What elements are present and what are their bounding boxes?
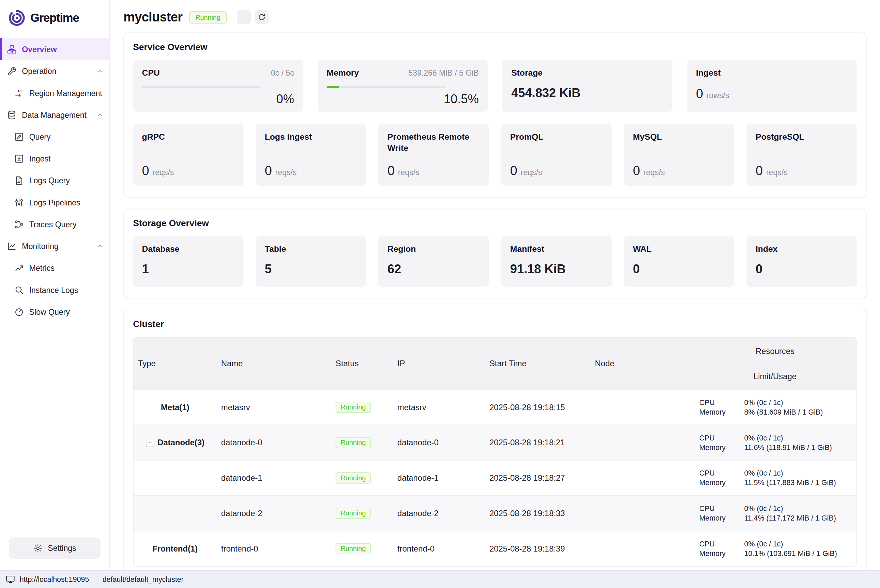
ip-cell: metasrv — [393, 403, 485, 411]
cpu-label: CPU — [142, 68, 160, 79]
brand-logo[interactable]: Greptime — [0, 0, 110, 38]
rate-unit: reqs/s — [153, 168, 174, 177]
resources-cell: CPU 0% (0c / 1c) Memory 11.5% (117.883 M… — [694, 464, 856, 493]
sidebar-item-region-management[interactable]: Region Management — [0, 82, 110, 104]
table-row-datanode-0: − Datanode(3) datanode-0 Running datanod… — [134, 425, 856, 460]
name-cell: datanode-0 — [217, 438, 331, 447]
cpu-usage-value: 0% (0c / 1c) — [744, 469, 856, 478]
memory-usage-value: 11.5% (117.883 MiB / 1 GiB) — [744, 478, 856, 487]
sidebar-item-ingest[interactable]: Ingest — [0, 147, 110, 170]
start-time-cell: 2025-08-28 19:18:15 — [485, 403, 591, 411]
sidebar-item-label: Overview — [22, 45, 57, 54]
sidebar-group-data-management[interactable]: Data Management — [0, 104, 110, 126]
name-cell: frontend-0 — [217, 544, 331, 553]
service-overview-title: Service Overview — [133, 42, 857, 52]
sidebar-item-traces-query[interactable]: Traces Query — [0, 213, 110, 235]
stat-value: 0 — [633, 262, 725, 277]
sidebar-group-label: Operation — [22, 66, 56, 75]
type-label: Meta(1) — [161, 403, 189, 411]
memory-tile: Memory 539.266 MiB / 5 GiB 10.5% — [318, 60, 488, 111]
sitemap-icon — [7, 44, 17, 54]
ip-cell: datanode-0 — [393, 438, 485, 447]
column-header-name: Name — [217, 359, 331, 368]
sidebar-item-label: Ingest — [29, 154, 51, 163]
ingest-value: 0 — [696, 87, 703, 102]
sidebar-item-metrics[interactable]: Metrics — [0, 257, 110, 279]
status-cell: Running — [331, 472, 393, 484]
rate-value: 0 — [387, 163, 395, 178]
memory-row-label: Memory — [699, 408, 744, 416]
sidebar-item-label: Metrics — [29, 263, 54, 272]
gauge-icon — [14, 307, 24, 317]
cpu-usage-value: 0% (0c / 1c) — [744, 434, 856, 442]
traces-tree-icon — [14, 219, 24, 229]
stat-label: Index — [755, 244, 848, 255]
memory-usage-value: 10.1% (103.691 MiB / 1 GiB) — [744, 549, 856, 558]
sidebar-item-slow-query[interactable]: Slow Query — [0, 301, 110, 322]
rate-value: 0 — [633, 163, 640, 178]
chevron-up-icon[interactable] — [96, 242, 104, 250]
rate-unit: reqs/s — [643, 168, 665, 177]
gear-icon — [33, 543, 43, 553]
sidebar-item-label: Logs Query — [29, 176, 70, 184]
refresh-button[interactable] — [255, 10, 269, 24]
sidebar-item-logs-query[interactable]: Logs Query — [0, 170, 110, 191]
memory-progress-bar — [326, 86, 445, 88]
ip-cell: datanode-1 — [393, 474, 485, 482]
sidebar-item-instance-logs[interactable]: Instance Logs — [0, 279, 110, 300]
cpu-percent: 0% — [142, 92, 294, 106]
query-edit-icon — [14, 132, 24, 142]
stat-tile-table: Table 5 — [255, 236, 366, 286]
column-header-start-time: Start Time — [485, 359, 591, 368]
cluster-card: Cluster Type Name Status IP Start Time N… — [123, 310, 866, 570]
status-badge: Running — [336, 543, 371, 554]
brand-name: Greptime — [30, 11, 79, 25]
sidebar-item-query[interactable]: Query — [0, 126, 110, 147]
minus-icon: − — [148, 440, 152, 446]
storage-overview-title: Storage Overview — [133, 218, 857, 229]
cpu-row-label: CPU — [699, 540, 744, 548]
stat-value: 91.18 KiB — [510, 262, 602, 277]
sidebar-group-label: Monitoring — [22, 242, 59, 250]
sidebar-item-logs-pipelines[interactable]: Logs Pipelines — [0, 192, 110, 213]
app-window: Greptime Overview Operation — [0, 0, 880, 588]
status-badge: Running — [336, 437, 371, 448]
chevron-up-icon[interactable] — [96, 67, 104, 75]
cpu-row-label: CPU — [699, 504, 744, 513]
cpu-row-label: CPU — [699, 469, 744, 478]
stat-value: 5 — [265, 262, 357, 277]
sidebar-group-operation[interactable]: Operation — [0, 60, 110, 82]
wrench-icon — [7, 66, 17, 76]
stat-value: 1 — [142, 262, 234, 277]
rate-unit: reqs/s — [766, 168, 788, 177]
sidebar-item-overview[interactable]: Overview — [0, 38, 110, 60]
start-time-cell: 2025-08-28 19:18:33 — [485, 509, 591, 518]
table-row-frontend-0: Frontend(1) frontend-0 Running frontend-… — [134, 531, 856, 566]
start-time-cell: 2025-08-28 19:18:21 — [485, 438, 591, 447]
chevron-up-icon[interactable] — [96, 111, 104, 118]
cluster-table: Type Name Status IP Start Time Node Reso… — [133, 337, 857, 567]
storage-label: Storage — [511, 68, 663, 79]
database-icon — [7, 110, 17, 120]
sidebar-item-label: Region Management — [29, 88, 102, 97]
table-row-metasrv: Meta(1) metasrv Running metasrv 2025-08-… — [134, 389, 856, 425]
collapse-button[interactable]: − — [146, 438, 154, 447]
column-header-ip: IP — [393, 359, 485, 368]
greptime-logo-icon — [7, 9, 26, 28]
settings-button[interactable]: Settings — [9, 538, 100, 559]
rate-unit: reqs/s — [521, 168, 542, 177]
rate-tile-promql: PromQL 0 reqs/s — [501, 124, 611, 186]
rate-tile-mysql: MySQL 0 reqs/s — [624, 124, 734, 186]
cpu-progress-bar — [142, 86, 261, 88]
storage-value: 454.832 KiB — [511, 86, 663, 100]
type-label: Frontend(1) — [152, 544, 198, 553]
sidebar-group-monitoring[interactable]: Monitoring — [0, 235, 110, 257]
type-cell: Frontend(1) — [134, 544, 217, 553]
ingest-unit: rows/s — [707, 91, 729, 100]
sidebar-nav: Overview Operation Region Management — [0, 38, 110, 322]
cpu-tile: CPU 0c / 5c 0% — [133, 60, 303, 111]
computer-icon — [6, 574, 15, 584]
name-cell: metasrv — [217, 403, 331, 411]
header-action-button[interactable] — [237, 10, 251, 24]
main-content: mycluster Running Service Overview — [110, 0, 880, 570]
